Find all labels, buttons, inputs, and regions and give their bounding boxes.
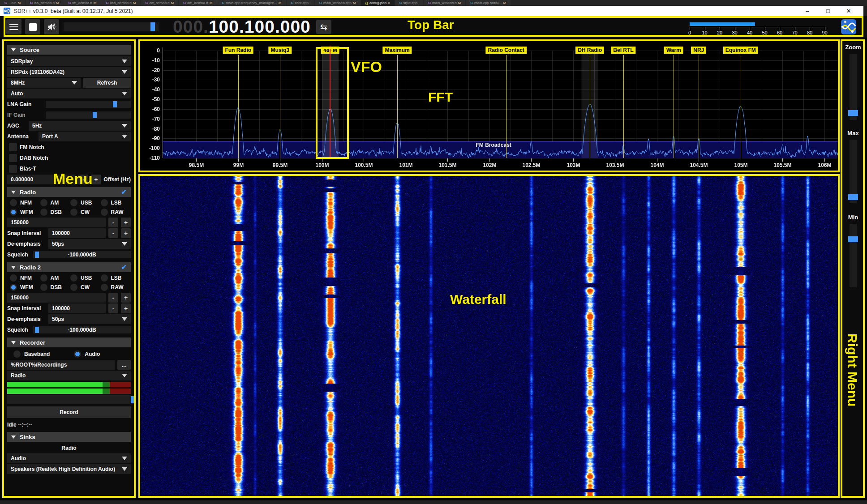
station-label-musiq3[interactable]: Musiq3 [269, 47, 292, 54]
hamburger-menu-button[interactable] [6, 19, 21, 34]
editor-tab[interactable]: Cusb_demod.hM [101, 0, 141, 6]
offset-input[interactable]: 0.000000 [7, 175, 76, 184]
bandwidth-minus-button[interactable]: - [108, 218, 118, 227]
mode-raw-option[interactable]: RAW [101, 284, 131, 291]
snap-minus-button[interactable]: - [108, 303, 118, 313]
radio-button-icon[interactable] [40, 209, 47, 216]
maximize-button[interactable]: □ [818, 6, 838, 16]
fft-canvas[interactable] [140, 41, 838, 171]
if-gain-slider[interactable] [46, 111, 131, 119]
mode-cw-option[interactable]: CW [70, 209, 101, 216]
station-label-equinox-fm[interactable]: Equinox FM [723, 47, 758, 54]
radio-button-icon[interactable] [70, 199, 77, 206]
mode-cw-option[interactable]: CW [70, 284, 101, 291]
mode-raw-option[interactable]: RAW [101, 209, 131, 216]
mode-nfm-option[interactable]: NFM [10, 199, 40, 206]
mode-am-option[interactable]: AM [40, 274, 71, 282]
max-slider[interactable] [850, 140, 857, 203]
radio-button-icon[interactable] [70, 209, 77, 216]
browse-button[interactable]: ... [117, 360, 131, 370]
radio-button-icon[interactable] [40, 274, 47, 282]
editor-tab[interactable]: Cmain_window.hM [424, 0, 466, 6]
record-button[interactable]: Record [7, 406, 131, 418]
audio-device-dropdown[interactable]: Speakers (Realtek High Definition Audio) [7, 464, 131, 474]
mode-wfm-option[interactable]: WFM [10, 284, 40, 291]
radio-button-icon[interactable] [70, 274, 77, 282]
lna-gain-slider[interactable] [46, 101, 131, 108]
fft-range-level-bar[interactable] [690, 22, 755, 26]
module-enabled-check-icon[interactable]: ✔ [121, 263, 127, 271]
samplerate-dropdown[interactable]: 8MHz [7, 78, 81, 88]
mode-usb-option[interactable]: USB [70, 199, 101, 206]
radio2-deemphasis-dropdown[interactable]: 50µs [48, 314, 131, 324]
dab-notch-checkbox[interactable] [9, 154, 17, 162]
bandwidth-plus-button[interactable]: + [121, 218, 131, 227]
recorder-volume-handle[interactable] [131, 396, 134, 403]
editor-tab[interactable]: Cmain_window.cppM [315, 0, 361, 6]
station-label-warm[interactable]: Warm [664, 47, 683, 54]
volume-slider[interactable] [64, 22, 159, 31]
bandwidth-minus-button[interactable]: - [108, 293, 118, 303]
station-label-maximum[interactable]: Maximum [382, 47, 412, 54]
refresh-button[interactable]: Refresh [83, 78, 131, 88]
max-slider-handle[interactable] [848, 194, 858, 200]
radio-button-icon[interactable] [101, 284, 108, 291]
stop-button[interactable] [25, 19, 40, 34]
radio-bandwidth-input[interactable]: 150000 [7, 218, 106, 227]
offset-minus-button[interactable]: - [78, 175, 88, 184]
waterfall-canvas[interactable] [140, 176, 838, 496]
radio-button-icon[interactable] [101, 274, 108, 282]
radio2-squelch-slider[interactable]: -100.000dB [33, 326, 131, 333]
recorder-volume-slider[interactable] [7, 395, 131, 404]
squelch-slider[interactable]: -100.000dB [33, 251, 131, 258]
radio2-panel-header[interactable]: Radio 2 ✔ [7, 262, 131, 272]
mode-nfm-option[interactable]: NFM [10, 274, 40, 282]
close-button[interactable]: ✕ [838, 6, 859, 16]
snap-plus-button[interactable]: + [121, 228, 131, 238]
mode-lsb-option[interactable]: LSB [101, 199, 131, 206]
radio-button-icon[interactable] [10, 199, 17, 206]
zoom-slider[interactable] [850, 54, 857, 120]
vfo-center-line[interactable] [330, 46, 330, 158]
close-icon[interactable]: × [388, 1, 390, 5]
radio-button-icon[interactable] [70, 284, 77, 291]
editor-tab[interactable]: Clsb_demod.hM [26, 0, 64, 6]
module-enabled-check-icon[interactable]: ✔ [121, 188, 127, 196]
editor-tab[interactable]: C...d.hM [0, 0, 26, 6]
snap-interval-input[interactable]: 100000 [48, 228, 106, 238]
editor-tab[interactable]: Cam_demod.hM [179, 0, 217, 6]
fm-notch-checkbox[interactable] [9, 143, 17, 151]
if-gain-handle[interactable] [93, 112, 97, 118]
source-device-dropdown[interactable]: RSPdx (191106DA42) [7, 67, 131, 77]
sinks-panel-header[interactable]: Sinks [7, 432, 131, 442]
radio-button-icon[interactable] [10, 274, 17, 282]
antenna-dropdown[interactable]: Port A [39, 132, 131, 141]
waterfall-display[interactable] [140, 176, 838, 496]
source-driver-dropdown[interactable]: SDRplay [7, 56, 131, 66]
baseband-radio-option[interactable] [13, 350, 21, 358]
if-mode-dropdown[interactable]: Auto [7, 89, 131, 98]
recorder-panel-header[interactable]: Recorder [7, 337, 131, 347]
radio-button-icon[interactable] [10, 209, 17, 216]
radio-button-icon[interactable] [10, 284, 17, 291]
bias-t-row[interactable]: Bias-T [7, 164, 131, 174]
min-slider[interactable] [850, 224, 857, 287]
volume-slider-handle[interactable] [150, 22, 155, 31]
mode-wfm-option[interactable]: WFM [10, 209, 40, 216]
dab-notch-row[interactable]: DAB Notch [7, 153, 131, 163]
mode-lsb-option[interactable]: LSB [101, 274, 131, 282]
mode-dsb-option[interactable]: DSB [40, 209, 71, 216]
fm-notch-row[interactable]: FM Notch [7, 142, 131, 152]
station-label-fun-radio[interactable]: Fun Radio [223, 47, 253, 54]
source-panel-header[interactable]: Source [7, 45, 131, 55]
radio-button-icon[interactable] [101, 209, 108, 216]
fft-display[interactable]: Fun RadioMusiq348FMMaximumRadio ContactD… [140, 41, 838, 171]
frequency-display[interactable]: 000.100.100.000 [173, 16, 311, 38]
radio-button-icon[interactable] [101, 199, 108, 206]
radio-panel-header[interactable]: Radio ✔ [7, 187, 131, 197]
radio-button-icon[interactable] [40, 199, 47, 206]
editor-tab[interactable]: Ccw_demod.hM [141, 0, 179, 6]
deemphasis-dropdown[interactable]: 50µs [48, 239, 131, 249]
radio-button-icon[interactable] [40, 284, 47, 291]
zoom-slider-handle[interactable] [848, 110, 858, 116]
